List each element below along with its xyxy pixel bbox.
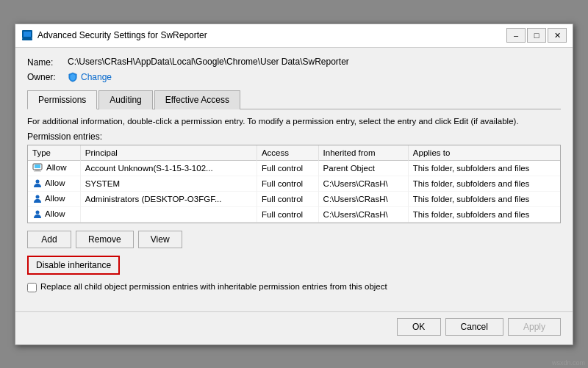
cell-inherited-from: C:\Users\CRasH\ [318,176,408,191]
cancel-button[interactable]: Cancel [445,318,503,336]
svg-point-9 [36,210,40,214]
cell-principal: Administrators (DESKTOP-O3FGF... [80,191,257,206]
shield-icon [68,72,78,82]
permissions-table-wrapper: Type Principal Access Inherited from App… [27,145,561,223]
action-buttons: Add Remove View [27,231,561,248]
cell-principal [80,206,257,222]
svg-rect-5 [35,170,40,171]
watermark: wsxdn.com [552,359,585,367]
col-applies: Applies to [408,145,560,161]
cell-applies-to: This folder, subfolders and files [408,191,560,206]
person-icon [32,209,43,220]
svg-rect-2 [22,38,32,40]
close-button[interactable]: ✕ [548,28,567,43]
table-row[interactable]: AllowAdministrators (DESKTOP-O3FGF...Ful… [28,191,560,206]
tab-effective-access[interactable]: Effective Access [154,90,240,109]
person-icon [32,194,43,204]
change-owner-link[interactable]: Change [81,72,112,82]
window-title: Advanced Security Settings for SwReporte… [37,30,506,40]
col-inherited: Inherited from [318,145,408,161]
window-icon [21,29,33,41]
minimize-button[interactable]: – [506,28,526,43]
cell-type: Allow [28,206,80,222]
table-row[interactable]: AllowAccount Unknown(S-1-15-3-102...Full… [28,160,560,176]
cell-access: Full control [257,176,318,191]
name-label: Name: [27,57,68,68]
name-value: C:\Users\CRasH\AppData\Local\Google\Chro… [68,57,349,67]
maximize-button[interactable]: □ [527,28,546,43]
cell-inherited-from: C:\Users\CRasH\ [318,206,408,222]
person-icon [32,178,43,189]
replace-checkbox-row: Replace all child object permission entr… [27,282,561,292]
cell-access: Full control [257,160,318,176]
apply-button[interactable]: Apply [508,318,561,336]
replace-checkbox[interactable] [27,283,37,292]
svg-point-8 [36,195,40,198]
svg-point-7 [36,179,40,183]
table-row[interactable]: AllowSYSTEMFull controlC:\Users\CRasH\Th… [28,176,560,191]
cell-principal: SYSTEM [80,176,257,191]
type-text: Allow [46,163,66,172]
type-text: Allow [45,194,65,203]
svg-rect-6 [34,170,41,171]
computer-icon [32,163,44,173]
bottom-bar: OK Cancel Apply [15,311,573,344]
type-text: Allow [45,178,65,187]
title-bar: Advanced Security Settings for SwReporte… [15,24,573,48]
table-row[interactable]: AllowFull controlC:\Users\CRasH\This fol… [28,206,560,222]
disable-inheritance-button[interactable]: Disable inheritance [27,256,120,275]
cell-applies-to: This folder, subfolders and files [408,160,560,176]
col-access: Access [257,145,318,161]
svg-rect-4 [35,165,40,168]
name-row: Name: C:\Users\CRasH\AppData\Local\Googl… [27,57,561,68]
tab-permissions[interactable]: Permissions [27,90,97,109]
owner-row: Owner: Change [27,72,561,82]
cell-type: Allow [28,191,80,206]
ok-button[interactable]: OK [397,318,441,336]
dialog-content: Name: C:\Users\CRasH\AppData\Local\Googl… [15,48,573,311]
owner-label: Owner: [27,72,68,82]
info-text: For additional information, double-click… [27,117,561,126]
col-type: Type [28,145,80,161]
cell-access: Full control [257,206,318,222]
tab-bar: Permissions Auditing Effective Access [27,90,561,109]
cell-inherited-from: Parent Object [318,160,408,176]
cell-access: Full control [257,191,318,206]
permissions-table: Type Principal Access Inherited from App… [28,145,560,223]
type-text: Allow [45,209,65,218]
window-controls: – □ ✕ [506,28,567,43]
remove-button[interactable]: Remove [76,231,134,248]
add-button[interactable]: Add [27,231,71,248]
perm-entries-label: Permission entries: [27,131,561,142]
cell-type: Allow [28,160,80,176]
tab-auditing[interactable]: Auditing [98,90,152,109]
cell-applies-to: This folder, subfolders and files [408,176,560,191]
cell-principal: Account Unknown(S-1-15-3-102... [80,160,257,176]
cell-applies-to: This folder, subfolders and files [408,206,560,222]
svg-rect-1 [24,32,31,37]
view-button[interactable]: View [138,231,182,248]
cell-inherited-from: C:\Users\CRasH\ [318,191,408,206]
main-window: Advanced Security Settings for SwReporte… [15,24,573,345]
col-principal: Principal [80,145,257,161]
replace-label: Replace all child object permission entr… [40,282,387,291]
cell-type: Allow [28,176,80,191]
